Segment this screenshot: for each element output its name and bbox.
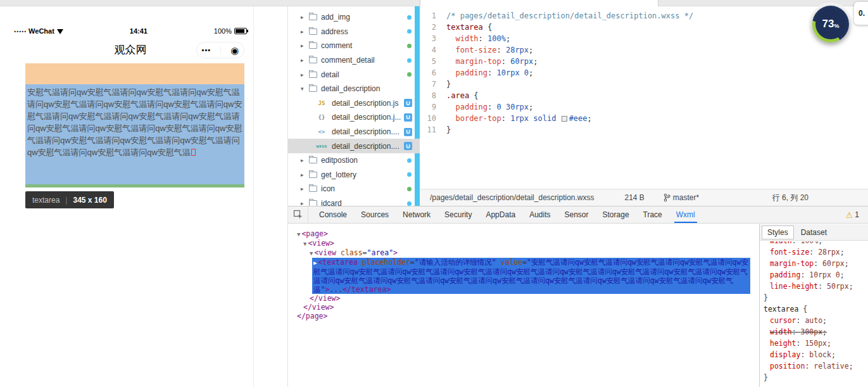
devtools-tab-bar: ConsoleSourcesNetworkSecurityAppDataAudi… [288, 206, 868, 224]
styles-panel-tab-dataset[interactable]: Dataset [796, 226, 832, 239]
caret-icon[interactable]: ▸ [301, 157, 309, 163]
folder-name: add_img [321, 13, 407, 22]
expand-arrow-icon[interactable]: ▼ [310, 250, 313, 257]
expand-arrow-icon[interactable]: ▼ [303, 241, 306, 247]
devtools-tab-console[interactable]: Console [312, 206, 354, 223]
style-rule-line[interactable]: } [764, 372, 868, 383]
style-rule-line[interactable]: position: relative; [764, 360, 868, 372]
tooltip-tag: textarea [32, 196, 60, 205]
style-rule-line[interactable]: textarea { [764, 303, 868, 315]
folder-icon [309, 172, 317, 178]
style-rule-line[interactable]: height: 150px; [764, 338, 868, 349]
file-name: detail_description.j... [332, 113, 404, 122]
styles-rules[interactable]: width: 100%;font-size: 28rpx;margin-top:… [760, 241, 868, 383]
line-number: 2 [420, 22, 446, 33]
wxml-node-selected[interactable]: ▶<textarea placeholder="请输入活动的详细情况" valu… [312, 258, 750, 294]
tooltip-separator: | [65, 196, 67, 205]
branch-icon [664, 193, 670, 202]
line-number: 6 [420, 67, 446, 79]
wxml-node[interactable]: ▼<page> [288, 229, 759, 239]
folder-name: icon [321, 184, 407, 193]
wxml-node[interactable]: </view> [288, 294, 759, 303]
editor-status-bar: /pages/detail_description/detail_descrip… [420, 189, 868, 206]
git-branch[interactable]: master* [664, 193, 699, 202]
folder-name: address [321, 27, 407, 36]
wxml-node[interactable]: </view> [288, 303, 759, 312]
style-rule-line[interactable]: cursor: auto; [764, 315, 868, 326]
tree-folder-get_lottery[interactable]: ▸get_lottery [288, 168, 420, 182]
devtools-tab-trace[interactable]: Trace [636, 206, 669, 223]
editor-active-tab[interactable] [420, 0, 658, 6]
file-tree: ▸add_img▸address▸comment▸comment_detail▸… [288, 6, 420, 206]
folder-icon [309, 14, 317, 20]
tree-folder-detail[interactable]: ▸detail [288, 67, 420, 82]
style-rule-line[interactable]: width: 100%; [764, 241, 868, 246]
style-rule-line[interactable]: padding: 10rpx 0; [764, 269, 868, 281]
caret-icon[interactable]: ▸ [301, 172, 309, 178]
styles-panel-tab-styles[interactable]: Styles [762, 225, 794, 239]
inspect-element-button[interactable] [288, 206, 308, 223]
tree-file[interactable]: <>detail_description....U [288, 125, 420, 139]
tree-folder-editpostion[interactable]: ▸editpostion [288, 153, 420, 168]
folder-icon [309, 186, 317, 192]
git-status-badge: U [404, 128, 412, 136]
tree-file[interactable]: JSdetail_description.jsU [288, 96, 420, 111]
status-dot [407, 58, 412, 63]
style-rule-line[interactable]: display: block; [764, 349, 868, 360]
tree-folder-address[interactable]: ▸address [288, 25, 420, 39]
devtools-tab-sensor[interactable]: Sensor [558, 206, 596, 223]
cursor-marker-icon [191, 149, 196, 156]
warning-indicator[interactable]: ⚠ 1 [846, 210, 859, 220]
style-rule-line[interactable]: margin-top: 60rpx; [764, 258, 868, 269]
color-swatch[interactable] [562, 116, 567, 122]
zoom-badge[interactable]: 0. [854, 2, 868, 25]
page-title: 观众网 [115, 42, 147, 57]
menu-dots-icon[interactable]: ••• [202, 46, 211, 54]
status-dot [407, 29, 412, 34]
tree-file[interactable]: wxssdetail_description....U [288, 139, 420, 153]
wxml-node[interactable]: ▼<view class="area"> [288, 248, 759, 258]
textarea-element[interactable]: 安慰气温请问qw安慰气温请问qw安慰气温请问qw安慰气温请问qw安慰气温请问qw… [25, 84, 244, 184]
wxml-node[interactable]: ▼<view> [288, 239, 759, 248]
battery-percent: 100% [214, 27, 232, 35]
tree-folder-idcard[interactable]: ▸idcard [288, 196, 420, 206]
devtools-tab-wxml[interactable]: Wxml [669, 206, 702, 223]
caret-icon[interactable]: ▸ [301, 57, 309, 63]
style-rule-line[interactable]: width: 300px; [764, 326, 868, 338]
caret-icon[interactable]: ▸ [301, 200, 309, 206]
devtools-tab-network[interactable]: Network [396, 206, 437, 223]
style-rule-line[interactable]: font-size: 28rpx; [764, 246, 868, 258]
devtools-tab-appdata[interactable]: AppData [479, 206, 522, 223]
code-line: 11} [420, 124, 868, 136]
wxml-node[interactable]: </page> [288, 312, 759, 320]
folder-icon [309, 86, 317, 92]
devtools-tab-security[interactable]: Security [437, 206, 479, 223]
caret-icon[interactable]: ▸ [301, 186, 309, 192]
tree-folder-comment[interactable]: ▸comment [288, 39, 420, 53]
tree-folder-icon[interactable]: ▸icon [288, 182, 420, 196]
style-rule-line[interactable]: } [764, 292, 868, 303]
style-rule-line[interactable]: line-height: 50rpx; [764, 281, 868, 292]
tree-folder-detail_description[interactable]: ▾detail_description [288, 82, 420, 96]
caret-icon[interactable]: ▸ [301, 14, 309, 20]
code-line: 10 border-top: 1rpx solid #eee; [420, 113, 868, 124]
status-dot [407, 44, 412, 48]
tree-folder-comment_detail[interactable]: ▸comment_detail [288, 53, 420, 68]
caret-icon[interactable]: ▸ [301, 29, 309, 35]
tree-file[interactable]: {}detail_description.j...U [288, 110, 420, 125]
caret-icon[interactable]: ▸ [301, 72, 309, 78]
devtools-tab-sources[interactable]: Sources [354, 206, 396, 223]
devtools-tab-storage[interactable]: Storage [596, 206, 636, 223]
code-editor[interactable]: 1/* pages/detail_description/detail_desc… [420, 6, 868, 189]
expand-arrow-icon[interactable]: ▶ [313, 260, 317, 266]
expand-arrow-icon[interactable]: ▼ [297, 231, 300, 238]
file-name: detail_description.... [332, 127, 404, 136]
caret-icon[interactable]: ▸ [301, 42, 309, 49]
top-tab-strip [0, 0, 868, 6]
caret-icon[interactable]: ▾ [301, 86, 309, 92]
devtools-tab-audits[interactable]: Audits [522, 206, 557, 223]
tree-folder-add_img[interactable]: ▸add_img [288, 10, 420, 25]
memory-gauge[interactable]: 73% [812, 6, 849, 42]
code-line: 7} [420, 79, 868, 90]
home-circle-icon[interactable]: ◉ [230, 46, 239, 55]
